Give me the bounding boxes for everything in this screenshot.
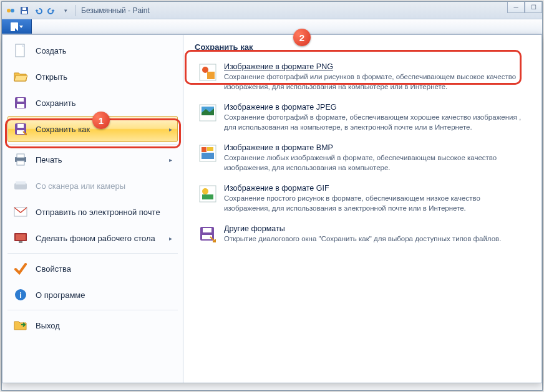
minimize-button[interactable]: ─ [507, 2, 525, 13]
window-title: Безымянный - Paint [81, 6, 150, 15]
menu-item-wallpaper[interactable]: Сделать фоном рабочего стола ▸ [7, 225, 178, 251]
format-bmp[interactable]: Изображение в формате BMP Сохранение люб… [193, 138, 532, 178]
gif-icon [198, 184, 218, 204]
svg-rect-13 [17, 154, 24, 158]
menu-item-about[interactable]: i О программе [7, 282, 178, 308]
bmp-icon [198, 143, 218, 163]
save-icon [13, 95, 28, 110]
titlebar: ▾ Безымянный - Paint ─ ☐ ✕ [2, 2, 542, 19]
menu-label: Сделать фоном рабочего стола [36, 234, 155, 243]
svg-point-0 [7, 9, 11, 12]
menu-item-properties[interactable]: Свойства [7, 256, 178, 282]
svg-rect-19 [16, 234, 26, 240]
file-menu-popup: Создать Открыть Сохранить Сохранить как … [2, 34, 542, 383]
separator [7, 310, 178, 310]
quick-access-toolbar: ▾ [6, 6, 70, 16]
file-doc-icon [11, 22, 18, 31]
separator [7, 144, 178, 145]
format-other[interactable]: Другие форматы Открытие диалогового окна… [193, 219, 532, 250]
svg-rect-8 [17, 98, 24, 102]
format-desc: Сохранение любых изображений в формате, … [224, 153, 527, 173]
svg-rect-34 [202, 194, 213, 199]
undo-icon[interactable] [33, 6, 43, 16]
svg-rect-16 [16, 181, 26, 184]
svg-point-1 [11, 9, 14, 12]
maximize-button[interactable]: ☐ [525, 2, 542, 13]
scanner-icon [13, 178, 28, 193]
format-title: Изображение в формате GIF [224, 184, 527, 193]
email-icon [13, 204, 28, 219]
menu-label: Печать [36, 155, 62, 165]
jpeg-icon [198, 103, 218, 123]
menu-label: Открыть [36, 72, 67, 82]
app-icon [6, 6, 16, 16]
separator [75, 5, 76, 16]
menu-item-open[interactable]: Открыть [7, 64, 178, 90]
desktop-icon [13, 231, 28, 246]
svg-rect-32 [200, 186, 216, 202]
menu-label: О программе [36, 290, 85, 300]
folder-open-icon [13, 69, 28, 84]
menu-label: Со сканера или камеры [36, 181, 125, 191]
format-jpeg[interactable]: Изображение в формате JPEG Сохранение фо… [193, 97, 532, 138]
svg-rect-7 [17, 104, 24, 108]
svg-rect-25 [207, 72, 215, 79]
menu-item-print[interactable]: Печать ▸ [7, 146, 178, 173]
submenu-arrow-icon: ▸ [169, 156, 172, 163]
svg-rect-20 [19, 241, 22, 243]
svg-rect-31 [202, 153, 214, 159]
submenu-arrow-icon: ▸ [169, 235, 172, 242]
svg-rect-37 [203, 228, 211, 232]
window-controls: ─ ☐ ✕ [507, 2, 542, 13]
format-desc: Открытие диалогового окна "Сохранить как… [224, 234, 501, 244]
menu-label: Отправить по электронной почте [36, 208, 160, 217]
format-title: Изображение в формате JPEG [224, 103, 527, 112]
svg-rect-30 [207, 147, 213, 151]
app-body: Создать Открыть Сохранить Сохранить как … [2, 34, 542, 390]
svg-text:i: i [19, 290, 22, 300]
menu-item-email[interactable]: Отправить по электронной почте [7, 199, 178, 225]
svg-rect-29 [202, 147, 206, 152]
format-title: Изображение в формате BMP [224, 143, 527, 152]
chevron-down-icon [19, 26, 23, 28]
redo-icon[interactable] [47, 6, 57, 16]
ribbon-tabs [2, 19, 542, 34]
file-menu-button[interactable] [2, 19, 32, 34]
format-desc: Сохранение фотографий или рисунков в фор… [224, 72, 527, 92]
format-desc: Сохранение простого рисунок в формате, о… [224, 194, 527, 213]
new-doc-icon [13, 43, 28, 58]
format-title: Изображение в формате PNG [224, 62, 527, 71]
svg-rect-4 [22, 7, 26, 10]
paint-window: ▾ Безымянный - Paint ─ ☐ ✕ Создать [1, 1, 543, 391]
png-icon [198, 62, 218, 82]
menu-item-exit[interactable]: Выход [7, 312, 178, 338]
menu-item-create[interactable]: Создать [7, 37, 178, 64]
annotation-badge-1: 1 [92, 112, 110, 129]
qat-dropdown-icon[interactable]: ▾ [61, 6, 70, 16]
submenu-title: Сохранить как [193, 40, 532, 57]
file-menu-left: Создать Открыть Сохранить Сохранить как … [2, 35, 183, 383]
submenu-arrow-icon: ▸ [169, 126, 172, 133]
format-gif[interactable]: Изображение в формате GIF Сохранение про… [193, 178, 532, 219]
svg-rect-3 [22, 11, 27, 14]
save-as-submenu: Сохранить как Изображение в формате PNG … [183, 35, 542, 383]
format-png[interactable]: Изображение в формате PNG Сохранение фот… [193, 57, 532, 97]
menu-label: Свойства [36, 264, 71, 274]
info-icon: i [13, 287, 28, 302]
svg-rect-14 [17, 161, 24, 165]
format-desc: Сохранение фотографий в формате, обеспеч… [224, 113, 527, 132]
menu-label: Выход [36, 321, 60, 330]
menu-item-scanner: Со сканера или камеры [7, 173, 178, 199]
svg-rect-11 [17, 124, 24, 128]
exit-icon [13, 318, 28, 333]
svg-point-33 [202, 188, 208, 194]
save-as-dialog-icon [198, 224, 218, 244]
save-icon[interactable] [19, 6, 29, 16]
menu-label: Сохранить как [36, 125, 90, 134]
checkmark-icon [13, 261, 28, 276]
menu-item-save[interactable]: Сохранить [7, 90, 178, 116]
annotation-badge-2: 2 [293, 29, 311, 46]
separator [7, 253, 178, 254]
menu-label: Сохранить [36, 98, 76, 108]
format-title: Другие форматы [224, 224, 501, 233]
